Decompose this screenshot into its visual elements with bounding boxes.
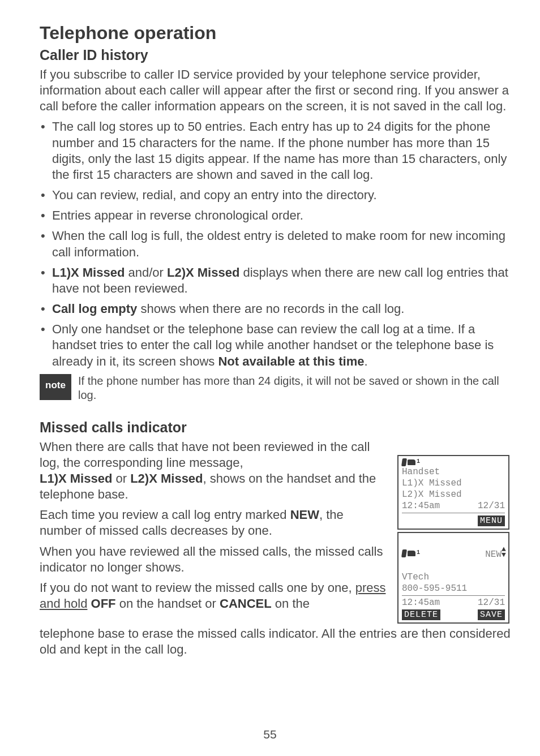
bold-text: L2)X Missed [130, 471, 203, 486]
lcd-date: 12/31 [478, 500, 505, 512]
bold-text: L1)X Missed [52, 265, 125, 280]
paragraph: If you do not want to review the missed … [40, 580, 388, 612]
bold-text: CANCEL [220, 596, 272, 611]
note-text: If the phone number has more than 24 dig… [78, 374, 511, 402]
bold-text: Not available at this time [218, 354, 364, 368]
softkey-delete: DELETE [402, 609, 440, 620]
bold-text: Call log empty [52, 302, 137, 316]
text: Each time you review a call log entry ma… [40, 508, 290, 522]
text: on the [272, 596, 310, 611]
bullet-item: Only one handset or the telephone base c… [40, 321, 511, 369]
paragraph: Each time you review a call log entry ma… [40, 507, 388, 539]
paragraph: When there are calls that have not been … [40, 439, 388, 503]
text: on the handset or [116, 596, 220, 611]
text: or [112, 471, 130, 486]
page-number: 55 [0, 728, 540, 741]
missed-calls-section: When there are calls that have not been … [40, 439, 511, 626]
phone-icon: 1 [402, 458, 420, 466]
bullet-item: The call log stores up to 50 entries. Ea… [40, 119, 511, 183]
lcd-time: 12:45am [402, 500, 440, 512]
lcd-screen-handset: 1 Handset L1)X Missed L2)X Missed 12:45a… [397, 455, 509, 530]
lcd-date: 12/31 [478, 597, 505, 608]
text: shows when there are no records in the c… [137, 302, 404, 316]
note-block: note If the phone number has more than 2… [40, 374, 511, 402]
bold-text: L1)X Missed [40, 471, 112, 486]
lcd-caller-number: 800-595-9511 [402, 583, 505, 594]
bullet-item: Entries appear in reverse chronological … [40, 208, 511, 224]
text: When there are calls that have not been … [40, 440, 370, 470]
intro-paragraph: If you subscribe to caller ID service pr… [40, 67, 511, 114]
paragraph: When you have reviewed all the missed ca… [40, 544, 388, 575]
heading-telephone-operation: Telephone operation [40, 23, 511, 44]
phone-icon: 1 [402, 549, 420, 557]
heading-missed-calls: Missed calls indicator [40, 419, 511, 436]
missed-calls-text-column: When there are calls that have not been … [40, 439, 388, 617]
updown-arrow-icon: ▲▼ [502, 547, 506, 558]
lcd-title: Handset [402, 466, 505, 478]
bullet-item: L1)X Missed and/or L2)X Missed displays … [40, 265, 511, 297]
lcd-screen-entry: 1 NEW▲▼ VTech 800-595-9511 12:45am 12/31… [397, 532, 509, 624]
lcd-line: L2)X Missed [402, 489, 505, 500]
note-badge: note [40, 374, 71, 400]
softkey-save: SAVE [478, 609, 505, 620]
lcd-screens-column: 1 Handset L1)X Missed L2)X Missed 12:45a… [397, 455, 511, 626]
bullet-item: When the call log is full, the oldest en… [40, 228, 511, 260]
bold-text: NEW [290, 508, 319, 522]
text: and/or [125, 265, 167, 280]
lcd-time: 12:45am [402, 597, 440, 608]
text: . [364, 354, 367, 368]
bold-text: OFF [91, 596, 116, 611]
lcd-caller-name: VTech [402, 572, 505, 583]
lcd-line: L1)X Missed [402, 478, 505, 489]
bullet-item: Call log empty shows when there are no r… [40, 301, 511, 317]
softkey-menu: MENU [478, 516, 505, 526]
tail-paragraph: telephone base to erase the missed calls… [40, 626, 511, 658]
bullet-list: The call log stores up to 50 entries. Ea… [40, 119, 511, 369]
lcd-new-badge: NEW [485, 549, 502, 560]
bullet-item: You can review, redial, and copy an entr… [40, 187, 511, 203]
bold-text: L2)X Missed [167, 265, 239, 280]
heading-caller-id-history: Caller ID history [40, 47, 511, 63]
text: If you do not want to review the missed … [40, 581, 355, 595]
